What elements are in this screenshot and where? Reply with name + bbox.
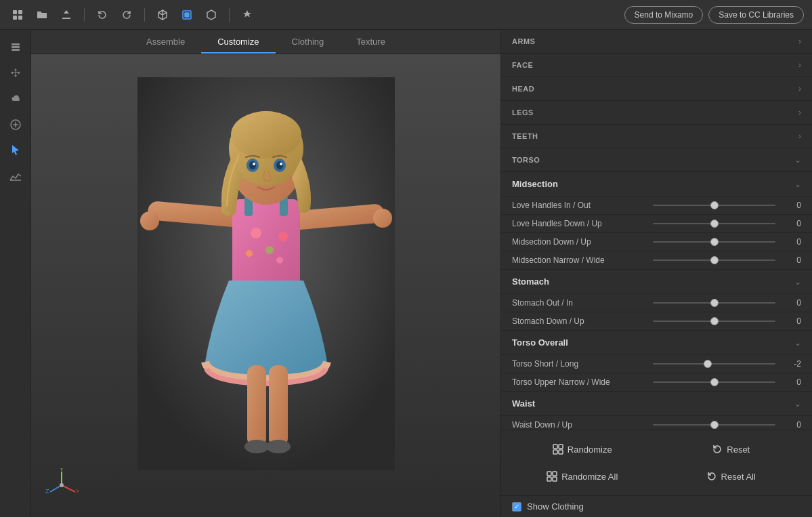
star-icon[interactable]	[238, 5, 257, 24]
grid-icon[interactable]	[8, 5, 27, 24]
slider-track-stomach-out-in[interactable]	[653, 302, 775, 304]
section-legs[interactable]: LEGS ›	[501, 101, 812, 125]
slider-track-midsection-narrow-wide[interactable]	[653, 260, 775, 261]
subsection-torso-overall-header[interactable]: Torso Overall ⌄	[501, 331, 812, 355]
slider-track-torso-short-long[interactable]	[653, 363, 775, 365]
svg-text:X: X	[76, 488, 79, 495]
svg-text:Z: Z	[45, 488, 49, 495]
svg-rect-2	[13, 16, 17, 20]
slider-thumb-stomach-out-in[interactable]	[710, 299, 719, 307]
sidebar-icon-cloud[interactable]	[3, 87, 28, 111]
section-teeth[interactable]: TEETH ›	[501, 125, 812, 148]
svg-rect-49	[553, 472, 557, 476]
undo-icon[interactable]	[93, 5, 112, 24]
randomize-all-button[interactable]: Randomize All	[512, 466, 653, 487]
svg-point-17	[265, 246, 274, 254]
toolbar-separator	[84, 8, 85, 22]
toolbar-left	[8, 5, 624, 24]
slider-thumb-midsection-down-up[interactable]	[710, 238, 719, 246]
subsection-stomach-header[interactable]: Stomach ⌄	[501, 270, 812, 294]
slider-label-midsection-narrow-wide: Midsection Narrow / Wide	[512, 255, 647, 265]
toolbar: Send to Mixamo Save to CC Libraries	[0, 0, 812, 30]
sidebar-icon-cursor[interactable]	[3, 35, 28, 60]
toolbar-right: Send to Mixamo Save to CC Libraries	[624, 6, 804, 24]
svg-rect-45	[559, 444, 563, 449]
slider-track-bg-9	[653, 424, 775, 426]
canvas-area[interactable]: Assemble Customize Clothing Texture	[31, 30, 500, 517]
section-face[interactable]: FACE ›	[501, 54, 812, 77]
select-icon[interactable]	[177, 5, 196, 24]
tab-clothing[interactable]: Clothing	[276, 30, 341, 54]
section-torso[interactable]: TORSO ⌄	[501, 148, 812, 172]
reset-button[interactable]: Reset	[661, 438, 802, 460]
svg-rect-1	[18, 10, 22, 14]
section-arms[interactable]: ARMS ›	[501, 30, 812, 54]
slider-value-love-handles-in-out: 0	[781, 201, 801, 210]
sidebar-icon-chart[interactable]	[3, 164, 28, 188]
subsection-midsection-chevron: ⌄	[794, 180, 801, 189]
section-face-chevron: ›	[798, 60, 801, 70]
section-teeth-label: TEETH	[512, 132, 538, 140]
send-to-mixamo-button[interactable]: Send to Mixamo	[624, 6, 704, 24]
slider-label-stomach-out-in: Stomach Out / In	[512, 298, 647, 308]
slider-label-midsection-down-up: Midsection Down / Up	[512, 237, 647, 247]
svg-point-19	[246, 250, 253, 257]
slider-track-waist-down-up[interactable]	[653, 424, 775, 426]
slider-thumb-love-handles-in-out[interactable]	[710, 201, 719, 209]
box-outline-icon[interactable]	[202, 5, 221, 24]
svg-rect-7	[12, 46, 20, 48]
svg-line-39	[62, 485, 75, 492]
cube-icon[interactable]	[153, 5, 172, 24]
subsection-stomach-label: Stomach	[512, 276, 549, 287]
slider-track-midsection-down-up[interactable]	[653, 241, 775, 243]
show-clothing-checkbox[interactable]	[512, 502, 521, 512]
subsection-midsection-label: Midsection	[512, 179, 558, 189]
save-to-cc-button[interactable]: Save to CC Libraries	[708, 6, 804, 24]
slider-thumb-torso-short-long[interactable]	[704, 360, 712, 368]
svg-point-16	[251, 228, 261, 239]
subsection-waist-header[interactable]: Waist ⌄	[501, 392, 812, 416]
canvas-background	[31, 30, 500, 517]
btn-row-1: Randomize Reset	[512, 438, 801, 460]
section-head[interactable]: HEAD ›	[501, 77, 812, 101]
slider-track-love-handles-down-up[interactable]	[653, 223, 775, 224]
sidebar-icon-move[interactable]	[3, 61, 28, 85]
redo-icon[interactable]	[117, 5, 136, 24]
slider-track-bg-6	[653, 320, 775, 322]
section-head-chevron: ›	[798, 84, 801, 94]
slider-midsection-narrow-wide: Midsection Narrow / Wide 0	[501, 251, 812, 270]
section-legs-label: LEGS	[512, 108, 534, 117]
subsection-midsection-header[interactable]: Midsection ⌄	[501, 172, 812, 197]
folder-icon[interactable]	[33, 5, 51, 24]
svg-point-36	[140, 211, 159, 230]
svg-point-28	[276, 161, 283, 169]
slider-track-love-handles-in-out[interactable]	[653, 205, 775, 206]
slider-torso-short-long: Torso Short / Long -2	[501, 355, 812, 373]
slider-label-torso-short-long: Torso Short / Long	[512, 359, 647, 369]
section-torso-label: TORSO	[512, 156, 540, 164]
svg-rect-0	[13, 10, 17, 14]
svg-point-35	[373, 209, 392, 228]
slider-thumb-stomach-down-up[interactable]	[710, 317, 719, 325]
export-icon[interactable]	[57, 5, 76, 24]
section-head-label: HEAD	[512, 85, 534, 93]
tab-assemble[interactable]: Assemble	[130, 30, 201, 54]
slider-thumb-midsection-narrow-wide[interactable]	[710, 256, 719, 264]
tab-texture[interactable]: Texture	[340, 30, 402, 54]
svg-rect-47	[559, 450, 563, 454]
slider-thumb-waist-down-up[interactable]	[710, 421, 719, 429]
sidebar-icon-add[interactable]	[3, 112, 28, 137]
section-legs-chevron: ›	[798, 108, 801, 117]
slider-track-bg-3	[653, 241, 775, 243]
slider-track-torso-upper-narrow-wide[interactable]	[653, 381, 775, 383]
right-panel-scroll[interactable]: ARMS › FACE › HEAD › LEGS › TEETH ›	[501, 30, 812, 430]
svg-rect-44	[553, 444, 557, 449]
slider-track-stomach-down-up[interactable]	[653, 320, 775, 322]
slider-thumb-torso-upper-narrow-wide[interactable]	[710, 378, 719, 386]
reset-all-button[interactable]: Reset All	[661, 466, 802, 487]
slider-thumb-love-handles-down-up[interactable]	[710, 220, 719, 228]
tab-customize[interactable]: Customize	[201, 30, 275, 54]
svg-rect-51	[553, 477, 557, 481]
sidebar-icon-select[interactable]	[3, 138, 28, 163]
randomize-button[interactable]: Randomize	[512, 438, 653, 460]
